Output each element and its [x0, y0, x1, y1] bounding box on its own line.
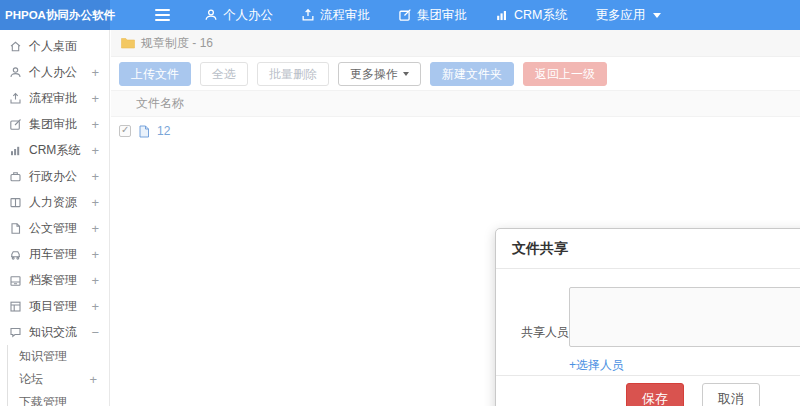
- document-icon: [9, 222, 22, 235]
- breadcrumb: 规章制度 - 16: [111, 30, 800, 57]
- expand-icon[interactable]: +: [91, 66, 99, 79]
- sidebar-item-personal-office[interactable]: 个人办公 +: [0, 59, 109, 85]
- edit-icon: [398, 8, 412, 22]
- go-back-button[interactable]: 返回上一级: [523, 62, 607, 86]
- app-window: PHPOA协同办公软件 个人办公 流程审批 集团审批: [0, 0, 800, 406]
- expand-icon[interactable]: +: [91, 222, 99, 235]
- file-share-modal: 文件共享 共享人员 +选择人员 保存 取消: [495, 228, 800, 406]
- sidebar-subitem-forum[interactable]: 论坛 +: [8, 368, 109, 391]
- upload-icon: [9, 92, 22, 105]
- file-name-link[interactable]: 12: [157, 124, 170, 138]
- expand-icon[interactable]: +: [91, 300, 99, 313]
- sidebar-item-knowledge-exchange[interactable]: 知识交流 −: [0, 319, 109, 345]
- modal-footer: 保存 取消: [496, 375, 800, 406]
- top-nav: 个人办公 流程审批 集团审批 CRM系统 更多应用: [190, 0, 675, 30]
- sidebar-item-vehicle-mgmt[interactable]: 用车管理 +: [0, 241, 109, 267]
- share-people-label: 共享人员: [521, 324, 569, 341]
- caret-down-icon: [403, 72, 409, 76]
- expand-icon[interactable]: +: [91, 92, 99, 105]
- sidebar-subitem-knowledge-mgmt[interactable]: 知识管理: [8, 345, 109, 368]
- nav-item-workflow-approval[interactable]: 流程审批: [287, 0, 384, 30]
- nav-item-personal-office[interactable]: 个人办公: [190, 0, 287, 30]
- modal-title: 文件共享: [496, 229, 800, 269]
- modal-body: 共享人员 +选择人员: [496, 269, 800, 375]
- knowledge-submenu: 知识管理 论坛 + 下载管理: [7, 345, 109, 406]
- project-icon: [9, 300, 22, 313]
- folder-icon: [121, 37, 135, 49]
- batch-delete-button[interactable]: 批量删除: [257, 62, 329, 86]
- file-table-header: 文件名称: [111, 90, 800, 117]
- chat-icon: [9, 326, 22, 339]
- home-icon: [9, 40, 22, 53]
- cancel-button[interactable]: 取消: [702, 383, 760, 406]
- share-people-input[interactable]: [569, 287, 800, 347]
- sidebar-item-admin-office[interactable]: 行政办公 +: [0, 163, 109, 189]
- save-button[interactable]: 保存: [626, 383, 684, 406]
- nav-item-crm[interactable]: CRM系统: [481, 0, 581, 30]
- more-actions-dropdown[interactable]: 更多操作: [338, 62, 421, 86]
- sidebar: 个人桌面 个人办公 + 流程审批 + 集团审批 + CRM系统 + 行政办公 +: [0, 30, 110, 406]
- expand-icon[interactable]: +: [91, 196, 99, 209]
- sidebar-item-group-approval[interactable]: 集团审批 +: [0, 111, 109, 137]
- edit-icon: [9, 118, 22, 131]
- toolbar: 上传文件 全选 批量删除 更多操作 新建文件夹 返回上一级: [111, 57, 800, 90]
- expand-icon[interactable]: +: [91, 248, 99, 261]
- chart-icon: [9, 144, 22, 157]
- select-people-link[interactable]: +选择人员: [569, 357, 624, 374]
- sidebar-item-personal-desktop[interactable]: 个人桌面: [0, 33, 109, 59]
- expand-icon[interactable]: +: [91, 118, 99, 131]
- breadcrumb-label: 规章制度 - 16: [141, 35, 213, 52]
- expand-icon[interactable]: +: [91, 170, 99, 183]
- sidebar-item-document-mgmt[interactable]: 公文管理 +: [0, 215, 109, 241]
- row-checkbox[interactable]: [119, 125, 131, 137]
- briefcase-icon: [9, 170, 22, 183]
- select-all-button[interactable]: 全选: [200, 62, 248, 86]
- sidebar-item-archive-mgmt[interactable]: 档案管理 +: [0, 267, 109, 293]
- top-header: PHPOA协同办公软件 个人办公 流程审批 集团审批: [0, 0, 800, 30]
- sidebar-item-project-mgmt[interactable]: 项目管理 +: [0, 293, 109, 319]
- upload-file-button[interactable]: 上传文件: [119, 62, 191, 86]
- sidebar-item-crm[interactable]: CRM系统 +: [0, 137, 109, 163]
- new-folder-button[interactable]: 新建文件夹: [430, 62, 514, 86]
- menu-toggle-icon[interactable]: [155, 9, 170, 21]
- file-table-row: 12: [111, 117, 800, 145]
- app-logo: PHPOA协同办公软件: [0, 0, 110, 30]
- caret-down-icon: [653, 13, 661, 18]
- file-icon: [138, 125, 150, 138]
- file-name-column-header: 文件名称: [136, 95, 184, 112]
- sidebar-item-workflow-approval[interactable]: 流程审批 +: [0, 85, 109, 111]
- car-icon: [9, 248, 22, 261]
- upload-icon: [301, 8, 315, 22]
- nav-item-more-apps[interactable]: 更多应用: [581, 0, 675, 30]
- sidebar-subitem-download-mgmt[interactable]: 下载管理: [8, 391, 109, 406]
- collapse-icon[interactable]: −: [91, 326, 99, 339]
- expand-icon[interactable]: +: [89, 373, 97, 386]
- user-icon: [9, 66, 22, 79]
- book-icon: [9, 196, 22, 209]
- archive-icon: [9, 274, 22, 287]
- nav-item-group-approval[interactable]: 集团审批: [384, 0, 481, 30]
- sidebar-item-hr[interactable]: 人力资源 +: [0, 189, 109, 215]
- user-icon: [204, 8, 218, 22]
- expand-icon[interactable]: +: [91, 274, 99, 287]
- chart-icon: [495, 8, 509, 22]
- expand-icon[interactable]: +: [91, 144, 99, 157]
